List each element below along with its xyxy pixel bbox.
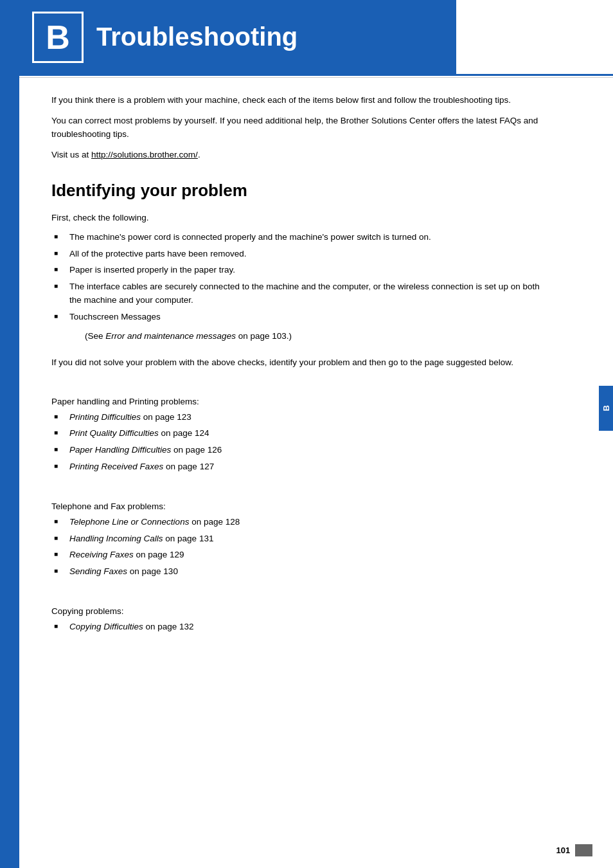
check-item-3: Paper is inserted properly in the paper … [51, 263, 553, 277]
touchscreen-subtext: (See Error and maintenance messages on p… [51, 329, 553, 343]
list-item-paper-handling: Paper Handling Difficulties on page 126 [51, 443, 553, 457]
first-check-text: First, check the following. [51, 211, 553, 225]
list-item-sending-faxes: Sending Faxes on page 130 [51, 565, 553, 579]
chapter-letter: B [46, 18, 70, 57]
page-number-area: 101 [556, 844, 592, 856]
chapter-title: Troubleshooting [96, 23, 298, 51]
list-item-copying-difficulties: Copying Difficulties on page 132 [51, 620, 553, 634]
touchscreen-italic: Error and maintenance messages [105, 331, 236, 341]
list-item-receiving-faxes: Receiving Faxes on page 129 [51, 548, 553, 562]
list-item-handling-incoming-calls: Handling Incoming Calls on page 131 [51, 532, 553, 546]
gap-1 [51, 347, 553, 356]
chapter-letter-box: B [32, 12, 84, 63]
intro-paragraph-2: You can correct most problems by yoursel… [51, 114, 553, 141]
list-item-printing-received-faxes: Printing Received Faxes on page 127 [51, 460, 553, 474]
check-item-2: All of the protective parts have been re… [51, 247, 553, 261]
visit-us-text: Visit us at [51, 150, 91, 159]
second-line [19, 77, 613, 78]
gap-4 [51, 584, 553, 593]
list-item-print-quality: Print Quality Difficulties on page 124 [51, 426, 553, 440]
section-title-identifying: Identifying your problem [51, 181, 553, 201]
copying-list: Copying Difficulties on page 132 [51, 620, 553, 634]
copying-subtitle: Copying problems: [51, 606, 553, 616]
intro-paragraph-3: Visit us at http://solutions.brother.com… [51, 148, 553, 162]
sidebar-strip [0, 0, 19, 868]
check-item-4: The interface cables are securely connec… [51, 280, 553, 307]
page-number-label: 101 [556, 845, 570, 855]
touchscreen-rest: on page 103.) [236, 331, 292, 341]
gap-3 [51, 480, 553, 489]
right-tab-label: B [601, 405, 611, 411]
page-number-box [575, 844, 592, 856]
top-line [19, 74, 613, 76]
telephone-fax-subtitle: Telephone and Fax problems: [51, 502, 553, 511]
period: . [198, 150, 200, 159]
header-box: B Troubleshooting [19, 0, 456, 74]
brother-link[interactable]: http://solutions.brother.com/ [91, 150, 198, 159]
main-content: If you think there is a problem with you… [51, 93, 578, 640]
telephone-fax-list: Telephone Line or Connections on page 12… [51, 515, 553, 578]
right-tab: B [599, 386, 613, 431]
check-item-1: The machine's power cord is connected pr… [51, 230, 553, 244]
gap-2 [51, 375, 553, 384]
paper-printing-list: Printing Difficulties on page 123 Print … [51, 410, 553, 473]
list-item-telephone-line: Telephone Line or Connections on page 12… [51, 515, 553, 529]
paper-printing-subtitle: Paper handling and Printing problems: [51, 397, 553, 406]
checklist: The machine's power cord is connected pr… [51, 230, 553, 324]
check-item-5: Touchscreen Messages [51, 310, 553, 324]
intro-paragraph-1: If you think there is a problem with you… [51, 93, 553, 107]
below-checks-text: If you did not solve your problem with t… [51, 356, 553, 370]
list-item-printing-difficulties: Printing Difficulties on page 123 [51, 410, 553, 424]
